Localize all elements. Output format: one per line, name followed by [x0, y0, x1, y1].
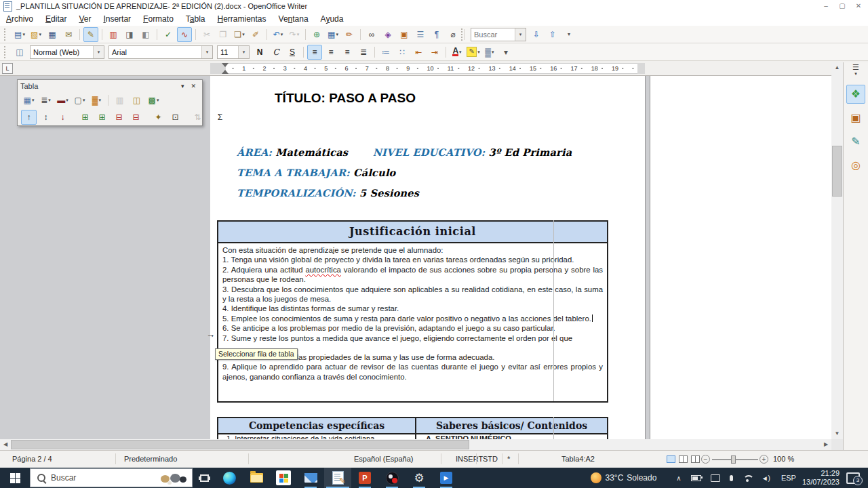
data-sources-button[interactable]: ☰ — [413, 27, 428, 42]
font-size-select[interactable]: 11▾ — [217, 45, 250, 59]
split-cells-button[interactable]: ◫ — [129, 93, 144, 108]
ruler-band[interactable]: 12345678910111213141516171819 — [226, 63, 637, 74]
sidebar-tab-navigator[interactable]: ◎ — [846, 156, 865, 175]
menu-insertar[interactable]: Insertar — [97, 13, 137, 25]
table-properties-button[interactable]: ⊡ — [167, 110, 183, 125]
bullet-list-button[interactable]: ∷ — [395, 45, 410, 60]
justify-button[interactable]: ≣ — [356, 45, 371, 60]
taskbar-app-powerpoint[interactable]: P — [351, 468, 378, 488]
font-name-select[interactable]: Arial▾ — [108, 45, 213, 59]
table-insert-button[interactable]: ▦▾ — [21, 93, 37, 108]
taskbar-app-settings[interactable]: ⚙ — [406, 468, 433, 488]
chevron-down-icon[interactable]: ▾ — [238, 46, 249, 58]
modified-indicator[interactable]: * — [507, 455, 510, 463]
sidebar-tab-styles-formatting[interactable]: ✎ — [846, 132, 865, 151]
chevron-down-icon[interactable]: ▾ — [201, 46, 212, 58]
menu-ayuda[interactable]: Ayuda — [315, 13, 350, 25]
line-color-button[interactable]: ▬▾ — [55, 93, 71, 108]
find-next-button[interactable]: ⇩ — [529, 27, 544, 42]
dropdown-arrow-icon[interactable]: ▾ — [459, 49, 462, 55]
format-paintbrush-button[interactable]: ✐ — [248, 27, 263, 42]
open-button[interactable]: ▧▾ — [28, 27, 43, 42]
horizontal-scroll-thumb[interactable] — [11, 440, 469, 449]
vertical-scrollbar[interactable]: ▲ ▼ — [831, 62, 843, 439]
microphone-icon[interactable] — [730, 475, 733, 481]
task-view-button[interactable] — [193, 468, 216, 488]
notification-center-icon[interactable]: 3 — [846, 472, 860, 484]
styles-panel-button[interactable]: ◫ — [12, 45, 27, 60]
dropdown-arrow-icon[interactable]: ▾ — [157, 98, 159, 103]
page-preview-button[interactable]: ◧ — [138, 27, 153, 42]
table-panel-title-bar[interactable]: Tabla ▾ ✕ — [18, 80, 202, 92]
keyboard-language-indicator[interactable]: ESP — [781, 474, 796, 482]
menu-ventana[interactable]: Ventana — [273, 13, 315, 25]
email-button[interactable]: ✉ — [61, 27, 76, 42]
panel-close-icon[interactable]: ✕ — [187, 83, 199, 89]
gallery-button[interactable]: ▣ — [397, 27, 412, 42]
dropdown-arrow-icon[interactable]: ▾ — [477, 49, 480, 55]
scroll-down-icon[interactable]: ▼ — [831, 428, 843, 439]
align-top-button[interactable]: ↑ — [21, 110, 37, 125]
find-input[interactable]: Buscar ▾ — [471, 28, 526, 41]
save-button[interactable]: ▦ — [45, 27, 60, 42]
dropdown-arrow-icon[interactable]: ▾ — [22, 32, 25, 37]
auto-spellcheck-button[interactable]: ∿ — [177, 27, 192, 42]
dropdown-arrow-icon[interactable]: ▾ — [48, 98, 51, 103]
zoom-slider-thumb[interactable] — [731, 455, 736, 464]
delete-column-button[interactable]: ⊟ — [128, 110, 144, 125]
page-indicator[interactable]: Página 2 / 4 — [12, 455, 52, 463]
navigator-button[interactable]: ◈ — [380, 27, 395, 42]
align-right-button[interactable]: ≡ — [340, 45, 355, 60]
insert-table-button[interactable]: ▦▾ — [326, 27, 340, 42]
left-indent-marker[interactable] — [222, 70, 229, 74]
italic-button[interactable]: C — [269, 45, 283, 60]
zoom-button[interactable]: ⌀ — [446, 27, 460, 42]
find-previous-button[interactable]: ⇧ — [545, 27, 560, 42]
taskbar-app-obs[interactable] — [378, 468, 406, 488]
underline-button[interactable]: S — [285, 45, 300, 60]
center-vertical-button[interactable]: ↕ — [38, 110, 54, 125]
first-line-indent-marker[interactable] — [222, 63, 229, 67]
scroll-left-icon[interactable]: ◀ — [0, 439, 11, 450]
new-document-button[interactable]: ▤▾ — [12, 27, 27, 42]
book-view-icon[interactable] — [691, 455, 700, 463]
volume-icon[interactable]: ◄) — [762, 474, 770, 482]
close-button[interactable]: ✕ — [850, 0, 867, 12]
taskbar-app-movies[interactable]: ▶ — [433, 468, 460, 488]
taskbar-app-file-explorer[interactable] — [243, 468, 270, 488]
insert-mode-indicator[interactable]: INSERT — [456, 455, 483, 463]
scroll-right-icon[interactable]: ▶ — [821, 439, 831, 450]
format-options-button[interactable]: ▾ — [498, 45, 513, 60]
paste-button[interactable]: ❏▾ — [232, 27, 247, 42]
competencias-table[interactable]: Competencias específicas Saberes básicos… — [217, 417, 608, 439]
scroll-up-icon[interactable]: ▲ — [831, 62, 843, 73]
dropdown-arrow-icon[interactable]: ▾ — [492, 49, 494, 55]
delete-row-button[interactable]: ⊟ — [111, 110, 127, 125]
font-color-button[interactable]: A▾ — [450, 45, 465, 60]
taskbar-app-writer[interactable] — [324, 468, 351, 488]
toolbar-grip[interactable] — [4, 46, 9, 58]
dropdown-arrow-icon[interactable]: ▾ — [39, 32, 41, 37]
dropdown-arrow-icon[interactable]: ▾ — [242, 32, 245, 37]
dropdown-arrow-icon[interactable]: ▾ — [99, 98, 102, 103]
dropdown-arrow-icon[interactable]: ▾ — [83, 98, 85, 103]
sidebar-menu-icon[interactable]: ☰▾ — [852, 64, 859, 77]
multi-page-view-icon[interactable] — [679, 455, 688, 463]
dropdown-arrow-icon[interactable]: ▾ — [281, 32, 283, 37]
hyperlink-button[interactable]: ⊕ — [309, 27, 324, 42]
highlighting-button[interactable]: ✎▾ — [466, 45, 481, 60]
justificacion-table-body[interactable]: Con esta situación de aprendizaje se pre… — [218, 243, 607, 401]
toolbar-grip[interactable] — [4, 28, 9, 41]
spellcheck-button[interactable]: ✓ — [161, 27, 176, 42]
taskbar-app-edge[interactable] — [216, 468, 243, 488]
vertical-scroll-thumb[interactable] — [832, 146, 842, 197]
language-indicator[interactable]: Español (España) — [354, 455, 413, 463]
taskbar-search-input[interactable]: Buscar — [30, 468, 193, 487]
dropdown-arrow-icon[interactable]: ▾ — [32, 98, 35, 103]
minimize-button[interactable]: ‒ — [818, 0, 834, 12]
menu-herramientas[interactable]: Herramientas — [212, 13, 273, 25]
horizontal-scrollbar[interactable]: ◀ ▶ — [0, 439, 831, 450]
bold-button[interactable]: N — [252, 45, 267, 60]
find-replace-button[interactable]: ∞ — [364, 27, 379, 42]
toolbar-grip[interactable] — [461, 28, 466, 41]
